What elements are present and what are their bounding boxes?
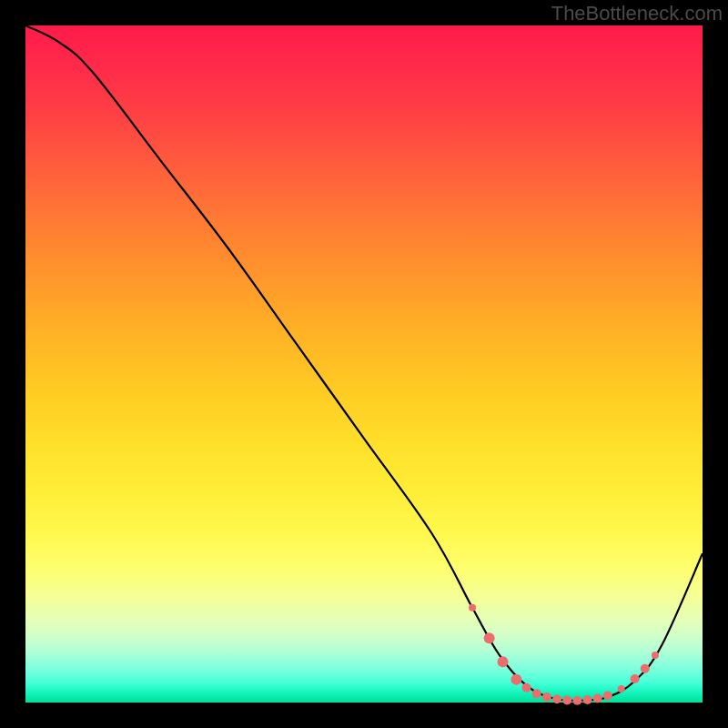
curve-marker	[484, 632, 495, 643]
curve-marker	[469, 604, 476, 612]
curve-marker	[603, 692, 612, 701]
curve-marker	[542, 693, 551, 702]
curve-marker	[522, 683, 531, 693]
curve-marker	[631, 674, 640, 683]
curve-marker	[593, 694, 602, 703]
bottleneck-curve	[25, 25, 703, 701]
curve-marker	[511, 674, 521, 685]
curve-marker	[498, 656, 509, 667]
curve-marker	[652, 652, 659, 659]
chart-svg	[25, 25, 703, 703]
curve-marker	[641, 664, 650, 673]
curve-marker	[552, 694, 561, 703]
chart-area	[25, 25, 703, 703]
curve-marker	[532, 689, 541, 698]
curve-marker	[572, 696, 581, 705]
watermark-text: TheBottleneck.com	[551, 2, 723, 25]
curve-marker	[583, 695, 592, 704]
curve-marker	[618, 685, 625, 693]
curve-marker	[562, 695, 571, 704]
curve-markers	[469, 604, 659, 705]
